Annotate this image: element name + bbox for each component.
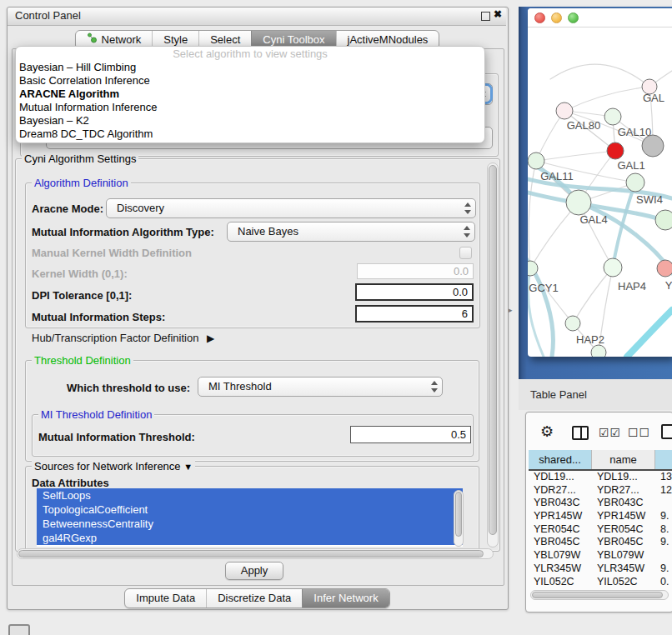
table-cell: YBR045C xyxy=(529,536,592,549)
float-window-icon[interactable] xyxy=(481,12,490,21)
network-node-gal4[interactable] xyxy=(566,190,591,215)
table-cell xyxy=(655,549,672,562)
table-cell: YER054C xyxy=(529,523,592,537)
table-row[interactable]: YLR345WYLR345W9. xyxy=(529,562,672,576)
aracne-mode-value: Discovery xyxy=(117,199,164,218)
table-horizontal-scrollbar[interactable] xyxy=(530,590,669,600)
tab-label: Discretize Data xyxy=(218,589,291,608)
unselect-all-checkboxes-icon[interactable]: ☐☐ xyxy=(628,426,650,439)
table-cell xyxy=(655,497,672,510)
table-row[interactable]: YBR045CYBR045C9. xyxy=(529,536,672,549)
close-icon[interactable]: ✖ xyxy=(494,8,502,20)
which-threshold-combobox[interactable]: MI Threshold xyxy=(198,377,443,397)
dropdown-item-aracne-algorithm[interactable]: ARACNE Algorithm xyxy=(16,88,484,101)
node-label-gal80: GAL80 xyxy=(567,119,600,132)
minimize-traffic-light-icon[interactable] xyxy=(551,12,562,23)
tab-infer-network[interactable]: Infer Network xyxy=(302,589,389,608)
table-row[interactable]: YDR27...YDR27...12 xyxy=(529,484,672,498)
data-attributes-label: Data Attributes xyxy=(32,477,109,489)
data-attribute-item-topologicalcoefficient[interactable]: TopologicalCoefficient xyxy=(37,502,463,517)
data-attribute-item-gal4rgexp[interactable]: gal4RGexp xyxy=(37,531,463,545)
data-attribute-item-selfloops[interactable]: SelfLoops xyxy=(37,488,463,502)
table-panel-title: Table Panel xyxy=(530,388,587,401)
dropdown-item-dream8-dc-tdc-algorithm[interactable]: Dream8 DC_TDC Algorithm xyxy=(16,128,484,141)
table-cell: YDL19... xyxy=(592,471,655,484)
control-panel-titlebar[interactable] xyxy=(8,8,506,26)
sources-legend: Sources for Network Inference ▼ xyxy=(32,460,195,472)
network-node-hap4[interactable] xyxy=(604,258,622,277)
spinner-arrows-icon xyxy=(429,381,439,392)
expander-right-arrow-icon: ▶ xyxy=(207,332,214,344)
table-cell: YDL19... xyxy=(529,471,592,484)
dropdown-item-mutual-information-inference[interactable]: Mutual Information Inference xyxy=(16,101,484,114)
split-columns-icon[interactable] xyxy=(572,426,589,440)
mi-steps-field[interactable] xyxy=(355,305,474,322)
network-node-hap2[interactable] xyxy=(565,316,580,331)
manual-kernel-checkbox[interactable] xyxy=(459,247,472,259)
list-vertical-scrollbar[interactable] xyxy=(454,490,464,547)
node-label-gal11: GAL11 xyxy=(540,170,574,182)
network-node-gal11[interactable] xyxy=(528,152,544,169)
column-header-name[interactable]: name xyxy=(592,450,655,469)
table-cell: YBR043C xyxy=(592,497,655,510)
data-attributes-list[interactable]: SelfLoopsTopologicalCoefficientBetweenne… xyxy=(37,488,463,547)
apply-button[interactable]: Apply xyxy=(225,562,283,580)
table-row[interactable]: YER054CYER054C8. xyxy=(529,523,672,537)
network-edge xyxy=(536,151,615,161)
column-header-a[interactable]: A xyxy=(655,450,672,469)
splitter-collapse-arrow-icon[interactable]: ▸ xyxy=(509,306,513,314)
network-node[interactable] xyxy=(607,142,624,159)
manual-kernel-label: Manual Kernel Width Definition xyxy=(32,247,192,259)
table-body: YDL19...YDL19...13YDR27...YDR27...12YBR0… xyxy=(529,471,672,588)
network-node-gal80[interactable] xyxy=(556,102,573,119)
hub-definition-label: Hub/Transcription Factor Definition xyxy=(32,332,198,344)
network-node-gal1[interactable] xyxy=(626,173,644,192)
table-cell: YIL052C xyxy=(529,576,592,588)
table-row[interactable]: YBL079WYBL079W xyxy=(529,549,672,562)
aracne-mode-label: Aracne Mode: xyxy=(32,202,103,215)
network-node[interactable] xyxy=(591,345,606,357)
gear-icon[interactable]: ⚙ xyxy=(540,422,554,441)
table-cell: YPR145W xyxy=(592,510,655,523)
node-label-gal10: GAL10 xyxy=(618,126,651,138)
close-traffic-light-icon[interactable] xyxy=(534,12,545,23)
corner-grip[interactable] xyxy=(8,624,30,635)
column-header-shared[interactable]: shared... xyxy=(529,450,592,469)
aracne-mode-combobox[interactable]: Discovery xyxy=(106,198,476,218)
data-attribute-item-betweennesscentrality[interactable]: BetweennessCentrality xyxy=(37,517,463,531)
export-table-icon[interactable] xyxy=(661,424,672,439)
dropdown-item-basic-correlation-inference[interactable]: Basic Correlation Inference xyxy=(16,74,484,88)
network-window-titlebar[interactable] xyxy=(528,8,672,28)
dropdown-item-bayesian-k2[interactable]: Bayesian – K2 xyxy=(16,114,484,128)
table-cell: YER054C xyxy=(592,523,655,537)
table-row[interactable]: YIL052CYIL052C0. xyxy=(529,576,672,588)
mi-threshold-legend: MI Threshold Definition xyxy=(38,408,154,421)
node-label-y: Y xyxy=(665,279,672,292)
screen: Control Panel ✖ NetworkStyleSelectCyni T… xyxy=(0,0,672,635)
table-row[interactable]: YDL19...YDL19...13 xyxy=(529,471,672,484)
tab-impute-data[interactable]: Impute Data xyxy=(125,589,206,608)
table-header-row: shared...nameA xyxy=(529,450,672,471)
which-threshold-label: Which threshold to use: xyxy=(67,382,190,394)
table-row[interactable]: YBR043CYBR043C xyxy=(529,497,672,510)
node-label-hap2: HAP2 xyxy=(576,333,604,346)
network-node[interactable] xyxy=(642,135,664,157)
zoom-traffic-light-icon[interactable] xyxy=(568,12,579,23)
network-canvas[interactable]: GALGAL80GAL10GAL11GAL1GAL4SWI4GCY1HAP4YH… xyxy=(528,27,672,357)
kernel-width-field[interactable] xyxy=(357,263,474,279)
node-label-gal1: GAL1 xyxy=(617,159,644,172)
settings-vertical-scrollbar[interactable] xyxy=(487,162,499,548)
dpi-tolerance-field[interactable] xyxy=(355,283,474,301)
dropdown-item-bayesian-hill-climbing[interactable]: Bayesian – Hill Climbing xyxy=(16,61,484,74)
network-node-swi4[interactable] xyxy=(655,210,672,230)
spinner-arrows-icon xyxy=(462,226,471,238)
mi-threshold-field[interactable] xyxy=(350,426,471,443)
hub-definition-expander[interactable]: Hub/Transcription Factor Definition ▶ xyxy=(32,332,214,344)
select-all-checkboxes-icon[interactable]: ☑☑ xyxy=(599,426,621,439)
settings-horizontal-scrollbar[interactable] xyxy=(17,548,494,559)
table-row[interactable]: YPR145WYPR145W9. xyxy=(529,510,672,523)
network-node-y[interactable] xyxy=(657,260,672,277)
mi-type-combobox[interactable]: Naive Bayes xyxy=(227,222,475,242)
tab-discretize-data[interactable]: Discretize Data xyxy=(206,589,302,608)
network-node-gal10[interactable] xyxy=(604,108,621,125)
